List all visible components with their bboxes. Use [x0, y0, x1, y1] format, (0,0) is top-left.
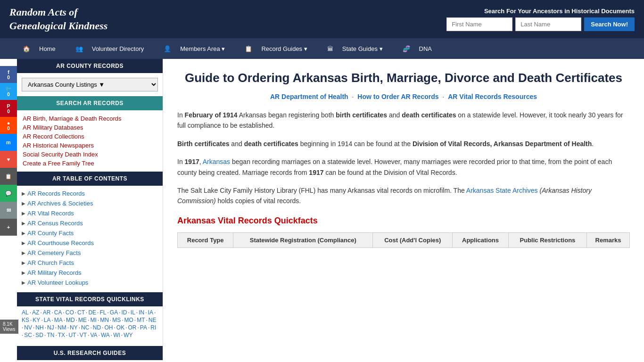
state-RI[interactable]: RI [150, 324, 156, 331]
main-content: Guide to Ordering Arkansas Birth, Marria… [163, 59, 644, 360]
state-ME[interactable]: ME [78, 317, 87, 323]
toc-ar-volunteer[interactable]: ▶ AR Volunteer Lookups [22, 278, 158, 288]
quickfacts-link[interactable]: Arkansas Vital Records Quickfacts [177, 216, 318, 225]
breadcrumb-ar-vital-resources[interactable]: AR Vital Records Resources [448, 93, 537, 100]
state-NC[interactable]: NC [81, 324, 89, 331]
state-TN[interactable]: TN [47, 332, 54, 338]
toc-ar-census[interactable]: ▶ AR Census Records [22, 218, 158, 228]
state-NJ[interactable]: NJ [47, 324, 54, 331]
copy-btn[interactable]: 📋 [0, 168, 17, 185]
state-MS[interactable]: MS [112, 317, 121, 323]
toc-ar-archives[interactable]: ▶ AR Archives & Societies [22, 198, 158, 208]
views-count: 8.1K [3, 321, 13, 327]
state-CT[interactable]: CT [77, 309, 85, 316]
state-DE[interactable]: DE [88, 309, 96, 316]
state-WI[interactable]: WI [113, 332, 120, 338]
state-ND[interactable]: ND [93, 324, 101, 331]
nav-members-area[interactable]: 👤 Members Area ▾ [150, 38, 231, 59]
paragraph-fhl: The Salt Lake City Family History Librar… [177, 185, 630, 206]
search-now-button[interactable]: Search Now! [584, 17, 635, 31]
state-vital-records-header: STATE VITAL RECORDS QUICKLINKS [17, 292, 163, 306]
breadcrumb-how-to-order[interactable]: How to Order AR Records [357, 93, 438, 100]
arrow-icon: ▶ [22, 230, 25, 236]
link-arkansas[interactable]: Arkansas [203, 158, 230, 165]
county-dropdown[interactable]: Arkansas County Listings ▼ Arkansas Coun… [22, 78, 158, 91]
toc-ar-cemetery[interactable]: ▶ AR Cemetery Facts [22, 248, 158, 258]
toc-ar-vital[interactable]: ▶ AR Vital Records [22, 208, 158, 218]
state-NY[interactable]: NY [70, 324, 78, 331]
state-OK[interactable]: OK [116, 324, 124, 331]
state-VA[interactable]: VA [90, 332, 97, 338]
email-share-btn[interactable]: ✉ [0, 202, 17, 219]
state-NE[interactable]: NE [149, 317, 157, 323]
state-VT[interactable]: VT [80, 332, 87, 338]
state-OR[interactable]: OR [128, 324, 137, 331]
state-NM[interactable]: NM [58, 324, 66, 331]
state-NH[interactable]: NH [35, 324, 43, 331]
link-ar-record-collections[interactable]: AR Record Collections [23, 132, 157, 141]
state-MT[interactable]: MT [137, 317, 145, 323]
last-name-input[interactable] [515, 17, 581, 31]
state-IA[interactable]: IA [148, 309, 153, 316]
link-arkansas-state-archives[interactable]: Arkansas State Archives [466, 187, 538, 194]
nav-home[interactable]: 🏠 Home [9, 38, 62, 59]
state-UT[interactable]: UT [68, 332, 76, 338]
link-ar-military-databases[interactable]: AR Military Databases [23, 123, 157, 132]
state-SD[interactable]: SD [35, 332, 43, 338]
state-IL[interactable]: IL [131, 309, 135, 316]
state-KY[interactable]: KY [33, 317, 40, 323]
col-applications: Applications [453, 232, 509, 247]
nav-record-guides[interactable]: 📋 Record Guides ▾ [231, 38, 314, 59]
col-cost: Cost (Add'l Copies) [373, 232, 453, 247]
state-MN[interactable]: MN [100, 317, 109, 323]
toc-ar-military[interactable]: ▶ AR Military Records [22, 268, 158, 278]
state-GA[interactable]: GA [110, 309, 118, 316]
state-FL[interactable]: FL [99, 309, 106, 316]
state-KS[interactable]: KS [22, 317, 29, 323]
favorites-btn[interactable]: ♥ [0, 151, 17, 168]
state-MA[interactable]: MA [54, 317, 63, 323]
state-CA[interactable]: CA [54, 309, 62, 316]
toc-ar-county-facts[interactable]: ▶ AR County Facts [22, 228, 158, 238]
pinterest-share-btn[interactable]: P 0 [0, 100, 17, 117]
nav-dna[interactable]: 🧬 DNA [389, 38, 438, 59]
state-SC[interactable]: SC [24, 332, 32, 338]
link-create-free-family-tree[interactable]: Create a Free Family Tree [23, 159, 157, 168]
site-logo[interactable]: Random Acts of Genealogical Kindness [9, 6, 107, 33]
messenger-share-btn[interactable]: m [0, 134, 17, 151]
facebook-share-btn[interactable]: f 0 [0, 66, 17, 83]
state-AL[interactable]: AL [22, 309, 29, 316]
toc-ar-courthouse[interactable]: ▶ AR Courthouse Records [22, 238, 158, 248]
toc-ar-records[interactable]: ▶ AR Records Records [22, 189, 158, 198]
state-TX[interactable]: TX [58, 332, 65, 338]
link-ar-birth-marriage-death[interactable]: AR Birth, Marriage & Death Records [23, 114, 157, 123]
main-layout: AR COUNTY RECORDS Arkansas County Listin… [17, 59, 644, 360]
state-OH[interactable]: OH [104, 324, 113, 331]
state-MI[interactable]: MI [90, 317, 96, 323]
state-WA[interactable]: WA [101, 332, 110, 338]
link-ar-historical-newspapers[interactable]: AR Historical Newspapers [23, 141, 157, 150]
state-AR[interactable]: AR [43, 309, 51, 316]
state-links-section: AL · AZ · AR · CA · CO · CT · DE · FL · … [17, 306, 163, 341]
nav-state-guides[interactable]: 🏛 State Guides ▾ [314, 38, 389, 59]
more-share-btn[interactable]: + [0, 219, 17, 236]
state-MO[interactable]: MO [124, 317, 133, 323]
ancestor-search-area: Search For Your Ancestors in Historical … [446, 8, 635, 31]
state-WY[interactable]: WY [124, 332, 132, 338]
state-ID[interactable]: ID [122, 309, 127, 316]
toc-ar-church[interactable]: ▶ AR Church Facts [22, 258, 158, 268]
nav-volunteer-directory[interactable]: 👥 Volunteer Directory [62, 38, 151, 59]
first-name-input[interactable] [446, 17, 512, 31]
twitter-share-btn[interactable]: 🐦 0 [0, 83, 17, 100]
reddit-share-btn[interactable]: ● 0 [0, 117, 17, 134]
breadcrumb-ar-dept-health[interactable]: AR Department of Health [270, 93, 348, 100]
state-LA[interactable]: LA [44, 317, 51, 323]
state-CO[interactable]: CO [66, 309, 74, 316]
state-PA[interactable]: PA [140, 324, 147, 331]
state-AZ[interactable]: AZ [32, 309, 39, 316]
state-IN[interactable]: IN [139, 309, 144, 316]
link-social-security-death-index[interactable]: Social Security Death Index [23, 150, 157, 159]
state-MD[interactable]: MD [66, 317, 75, 323]
state-NV[interactable]: NV [24, 324, 32, 331]
comment-btn[interactable]: 💬 [0, 185, 17, 202]
